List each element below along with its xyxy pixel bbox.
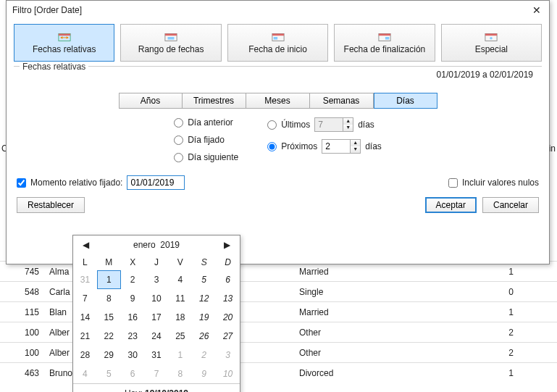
radio-prev-day[interactable]: Día anterior [174, 117, 238, 128]
cell-id: 100 [0, 348, 45, 358]
cal-day[interactable]: 24 [145, 327, 169, 346]
cal-day[interactable]: 5 [97, 364, 121, 383]
cal-day[interactable]: 8 [168, 364, 192, 383]
cal-day[interactable]: 4 [168, 270, 192, 289]
cal-day[interactable]: 31 [73, 270, 97, 289]
cell-id: 100 [0, 328, 45, 338]
cal-prev-month[interactable]: ◀ [80, 240, 91, 250]
radio-label: Día siguiente [188, 152, 238, 162]
cal-day[interactable]: 30 [121, 346, 145, 364]
cal-day[interactable]: 31 [145, 346, 169, 364]
cal-today-link[interactable]: Hoy: 19/10/2019 [73, 383, 240, 392]
cell-status: Other [295, 328, 469, 338]
radio-upcoming-n[interactable]: Próximos ▲▼ días [267, 139, 382, 154]
unit-suffix: días [365, 141, 382, 151]
cal-day[interactable]: 8 [97, 289, 121, 308]
tab-label: Especial [475, 44, 508, 54]
radio-upcoming-input[interactable] [267, 142, 277, 151]
radio-next-input[interactable] [174, 153, 183, 162]
include-nulls-input[interactable] [448, 178, 458, 188]
cal-day[interactable]: 23 [121, 327, 145, 346]
radio-prev-input[interactable] [174, 118, 183, 128]
cal-day[interactable]: 20 [216, 308, 240, 327]
tab-special[interactable]: Especial [441, 24, 542, 62]
cal-today-label: Hoy: [125, 388, 143, 392]
unit-quarters[interactable]: Trimestres [183, 93, 246, 109]
cal-day[interactable]: 29 [97, 346, 121, 364]
radio-fixed-day[interactable]: Día fijado [174, 135, 238, 145]
radio-next-day[interactable]: Día siguiente [174, 152, 238, 162]
cal-day[interactable]: 6 [121, 364, 145, 383]
cal-day[interactable]: 4 [73, 364, 97, 383]
spin-down[interactable]: ▼ [350, 146, 360, 153]
cell-count: 0 [469, 287, 557, 297]
cal-day[interactable]: 17 [145, 308, 169, 327]
anchor-date-input[interactable] [127, 175, 185, 190]
cal-month-year[interactable]: enero 2019 [133, 240, 180, 250]
relative-dates-group: Fechas relativas 01/01/2019 a 02/01/2019… [14, 66, 542, 168]
cal-day[interactable]: 3 [216, 346, 240, 364]
cal-day[interactable]: 10 [145, 289, 169, 308]
cal-day[interactable]: 16 [121, 308, 145, 327]
cal-day[interactable]: 7 [73, 289, 97, 308]
unit-buttons: Años Trimestres Meses Semanas Días [20, 93, 536, 109]
cal-day[interactable]: 1 [168, 346, 192, 364]
radio-fixed-input[interactable] [174, 135, 183, 145]
cal-today-date: 19/10/2019 [145, 388, 188, 392]
anchor-row: Momento relativo fijado: Incluir valores… [17, 175, 539, 190]
anchor-checkbox-input[interactable] [17, 178, 26, 188]
cal-day[interactable]: 18 [168, 308, 192, 327]
close-button[interactable]: ✕ [529, 3, 545, 17]
cal-day[interactable]: 1 [97, 270, 121, 289]
upcoming-n-spinner[interactable]: ▲▼ [322, 139, 361, 154]
cal-day[interactable]: 25 [168, 327, 192, 346]
unit-months[interactable]: Meses [246, 93, 310, 109]
cal-day[interactable]: 12 [192, 289, 216, 308]
cal-day[interactable]: 11 [168, 289, 192, 308]
tab-date-range[interactable]: Rango de fechas [120, 24, 221, 62]
radio-last-n[interactable]: Últimos ▲▼ días [267, 117, 382, 132]
tab-relative-dates[interactable]: Fechas relativas [14, 24, 114, 62]
reset-button[interactable]: Restablecer [17, 197, 85, 213]
ok-button[interactable]: Aceptar [425, 197, 477, 213]
include-nulls-checkbox[interactable]: Incluir valores nulos [448, 178, 539, 188]
svg-rect-12 [379, 33, 390, 36]
spin-up[interactable]: ▲ [350, 140, 360, 146]
cal-day[interactable]: 26 [192, 327, 216, 346]
unit-years[interactable]: Años [119, 93, 183, 109]
cancel-button[interactable]: Cancelar [482, 197, 539, 213]
cal-day[interactable]: 6 [216, 270, 240, 289]
cal-day[interactable]: 13 [216, 289, 240, 308]
cell-count: 1 [469, 307, 557, 317]
cal-day[interactable]: 21 [73, 327, 97, 346]
filter-dialog: Filtro [Order Date] ✕ Fechas relativas R… [6, 0, 550, 264]
svg-rect-10 [273, 37, 277, 40]
radio-last-input[interactable] [267, 120, 277, 130]
cal-day[interactable]: 2 [121, 270, 145, 289]
cal-day[interactable]: 28 [73, 346, 97, 364]
anchor-checkbox[interactable]: Momento relativo fijado: [17, 175, 185, 190]
svg-point-16 [490, 37, 493, 40]
cal-day[interactable]: 19 [192, 308, 216, 327]
cal-day[interactable]: 10 [216, 364, 240, 383]
cal-month: enero [133, 240, 156, 250]
cal-day[interactable]: 7 [145, 364, 169, 383]
svg-rect-13 [385, 37, 389, 40]
cal-next-month[interactable]: ▶ [222, 240, 233, 250]
upcoming-n-value[interactable] [322, 140, 350, 153]
tab-start-date[interactable]: Fecha de inicio [227, 24, 328, 62]
tab-label: Fechas relativas [33, 44, 96, 54]
cal-day[interactable]: 9 [121, 289, 145, 308]
cal-day[interactable]: 15 [97, 308, 121, 327]
cal-day[interactable]: 22 [97, 327, 121, 346]
svg-rect-1 [59, 33, 70, 36]
cal-day[interactable]: 5 [192, 270, 216, 289]
unit-weeks[interactable]: Semanas [310, 93, 374, 109]
cal-day[interactable]: 14 [73, 308, 97, 327]
tab-end-date[interactable]: Fecha de finalización [334, 24, 435, 62]
cal-day[interactable]: 2 [192, 346, 216, 364]
unit-days[interactable]: Días [374, 93, 437, 109]
cal-day[interactable]: 27 [216, 327, 240, 346]
cal-day[interactable]: 9 [192, 364, 216, 383]
cal-day[interactable]: 3 [145, 270, 169, 289]
